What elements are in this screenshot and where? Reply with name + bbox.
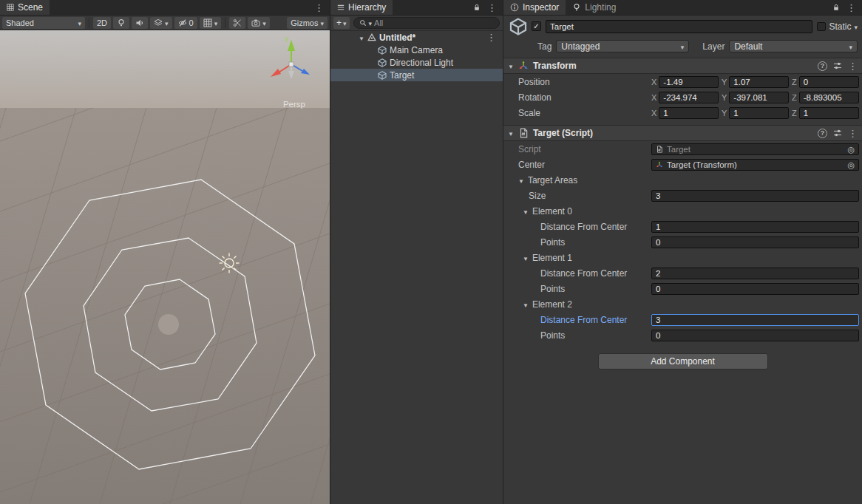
layer-dropdown[interactable]: Default (729, 40, 858, 52)
unity-editor-window: Scene Shaded 2D (0, 0, 862, 504)
static-checkbox[interactable] (817, 22, 826, 31)
scene-panel-menu-icon[interactable] (314, 2, 324, 13)
hierarchy-item-target[interactable]: Target (330, 69, 503, 81)
gizmos-dropdown[interactable]: Gizmos (287, 17, 328, 29)
rotation-x-field[interactable]: -234.974 (659, 92, 719, 103)
lock-icon[interactable] (473, 4, 481, 11)
scale-label: Scale (518, 108, 648, 118)
item-label: Target (390, 70, 414, 81)
element-1-foldout[interactable]: Element 1 (503, 250, 862, 265)
target-areas-foldout[interactable]: Target Areas (503, 172, 862, 188)
scene-options-icon[interactable] (486, 32, 503, 43)
element-0-points-field[interactable]: 0 (651, 236, 859, 248)
scene-effects-dropdown[interactable] (150, 17, 172, 29)
component-menu-icon[interactable] (848, 128, 858, 139)
scene-viewport[interactable]: y Persp (0, 30, 330, 504)
hierarchy-panel-menu-icon[interactable] (487, 2, 497, 13)
position-label: Position (518, 77, 648, 87)
transform-header[interactable]: Transform (503, 58, 862, 74)
center-row: Center Target (Transform) (503, 157, 862, 172)
chevron-down-icon (320, 18, 324, 27)
2d-toggle-button[interactable]: 2D (93, 17, 111, 29)
projection-label[interactable]: Persp (283, 100, 305, 109)
element-1-distance-row: Distance From Center 2 (503, 265, 862, 281)
script-value: Target (667, 144, 690, 154)
tab-lighting[interactable]: Lighting (566, 0, 622, 15)
scene-camera-dropdown[interactable] (248, 17, 270, 29)
hierarchy-scene-row[interactable]: Untitled* (330, 31, 503, 44)
scene-name-label: Untitled* (379, 33, 415, 43)
gameobject-header: Target Static (503, 16, 862, 37)
inspector-panel-menu-icon[interactable] (846, 2, 856, 13)
element-2-distance-field[interactable]: 3 (651, 314, 859, 326)
target-script-header[interactable]: Target (Script) (503, 125, 862, 141)
tag-layer-row: Tag Untagged Layer Default (503, 37, 862, 55)
position-z-field[interactable]: 0 (799, 76, 859, 88)
position-x-field[interactable]: -1.49 (659, 76, 719, 88)
hierarchy-item-main-camera[interactable]: Main Camera (330, 44, 503, 56)
scale-z-field[interactable]: 1 (799, 107, 859, 119)
axis-y-label: y (285, 35, 289, 42)
element-1-points-field[interactable]: 0 (651, 283, 859, 295)
grid-settings-dropdown[interactable] (200, 17, 222, 29)
hierarchy-tab-label: Hierarchy (348, 2, 386, 13)
tab-inspector[interactable]: Inspector (503, 0, 566, 15)
gameobject-cube-icon (378, 58, 387, 67)
scene-lighting-toggle[interactable] (113, 17, 129, 29)
lock-icon[interactable] (832, 4, 840, 11)
chevron-down-icon (214, 18, 218, 27)
active-checkbox[interactable] (532, 21, 541, 31)
help-icon[interactable] (818, 129, 827, 138)
points-label: Points (518, 237, 648, 248)
tag-dropdown[interactable]: Untagged (556, 40, 689, 52)
object-picker-icon[interactable] (847, 144, 855, 154)
axis-z-label: Z (792, 109, 797, 118)
scene-audio-toggle[interactable] (132, 17, 148, 29)
create-object-button[interactable]: + (333, 17, 350, 29)
shading-mode-dropdown[interactable]: Shaded (2, 17, 85, 29)
element-2-points-field[interactable]: 0 (651, 330, 859, 341)
layer-label: Layer (702, 41, 724, 52)
scene-tabstrip: Scene (0, 0, 330, 16)
search-placeholder: All (374, 18, 383, 27)
hierarchy-toolbar: + All (330, 16, 503, 31)
foldout-open-icon[interactable] (359, 33, 364, 43)
rotation-z-field[interactable]: -8.893005 (799, 92, 859, 103)
presets-icon[interactable] (833, 61, 842, 70)
hierarchy-item-directional-light[interactable]: Directional Light (330, 56, 503, 69)
component-menu-icon[interactable] (848, 61, 858, 72)
target-script-component: Target (Script) Script Target Center (503, 125, 862, 343)
center-object-field[interactable]: Target (Transform) (651, 159, 859, 171)
static-dropdown[interactable]: Static (817, 21, 858, 32)
object-picker-icon[interactable] (847, 160, 855, 170)
foldout-open-icon[interactable] (508, 61, 514, 71)
element-0-foldout[interactable]: Element 0 (503, 203, 862, 219)
scale-x-field[interactable]: 1 (659, 107, 719, 119)
rotation-y-field[interactable]: -397.081 (729, 92, 789, 103)
size-label: Size (518, 191, 648, 201)
position-y-field[interactable]: 1.07 (729, 76, 789, 88)
foldout-open-icon[interactable] (508, 128, 514, 138)
tab-scene[interactable]: Scene (0, 0, 50, 15)
chevron-down-icon (854, 21, 858, 32)
tab-hierarchy[interactable]: Hierarchy (330, 0, 393, 15)
script-object-field[interactable]: Target (651, 143, 859, 155)
element-1-distance-field[interactable]: 2 (651, 268, 859, 279)
hidden-objects-button[interactable]: 0 (174, 17, 197, 29)
hierarchy-tree: Untitled* Main Camera Directional Light … (330, 31, 503, 81)
element-0-distance-field[interactable]: 1 (651, 221, 859, 233)
gameobject-name-field[interactable]: Target (546, 20, 812, 33)
gameobject-cube-icon (378, 71, 387, 80)
presets-icon[interactable] (833, 129, 842, 137)
info-icon (510, 3, 519, 12)
add-component-button[interactable]: Add Component (598, 353, 768, 370)
size-field[interactable]: 3 (651, 190, 859, 202)
element-2-foldout[interactable]: Element 2 (503, 296, 862, 312)
rotation-row: Rotation X-234.974 Y-397.081 Z-8.893005 (503, 89, 862, 105)
scale-y-field[interactable]: 1 (729, 107, 789, 119)
scene-cut-tool-button[interactable] (229, 17, 245, 29)
help-icon[interactable] (818, 61, 827, 71)
hierarchy-search-input[interactable]: All (353, 17, 500, 29)
gameobject-cube-icon[interactable] (509, 18, 527, 35)
chevron-down-icon (843, 41, 852, 52)
